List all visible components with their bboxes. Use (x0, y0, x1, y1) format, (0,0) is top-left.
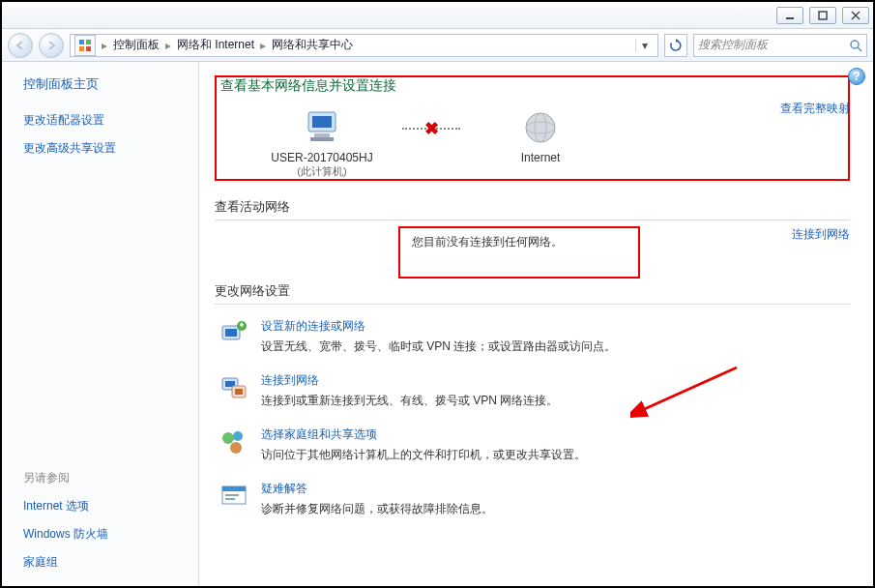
disconnected-x-icon: ✖ (424, 118, 439, 139)
sidebar-link-advanced-sharing[interactable]: 更改高级共享设置 (23, 140, 189, 157)
close-button[interactable] (842, 7, 869, 24)
network-center-icon (74, 35, 96, 56)
option-desc: 诊断并修复网络问题，或获得故障排除信息。 (261, 501, 493, 517)
highlight-box-no-network: 您目前没有连接到任何网络。 (398, 226, 640, 279)
svg-rect-13 (310, 137, 334, 141)
page-title: 查看基本网络信息并设置连接 (220, 77, 844, 95)
svg-rect-33 (225, 498, 235, 500)
network-diagram: USER-20170405HJ (此计算机) ✖ Internet (220, 103, 844, 179)
active-network-title: 查看活动网络 (215, 198, 850, 216)
navbar: ▸ 控制面板 ▸ 网络和 Internet ▸ 网络和共享中心 ▾ 搜索控制面板 (2, 29, 873, 62)
breadcrumb-item[interactable]: 网络和 Internet (177, 37, 254, 53)
troubleshoot-icon (219, 481, 249, 512)
svg-rect-6 (79, 46, 84, 51)
svg-rect-11 (312, 116, 332, 128)
svg-rect-12 (314, 133, 330, 137)
svg-rect-31 (222, 486, 246, 491)
titlebar (2, 2, 873, 29)
no-network-message: 您目前没有连接到任何网络。 (412, 235, 563, 249)
main-panel: ? 查看基本网络信息并设置连接 USER-20170405HJ (此计算机) ✖ (199, 62, 873, 586)
minimize-button[interactable] (776, 7, 803, 24)
svg-rect-19 (225, 329, 237, 337)
svg-rect-1 (819, 12, 827, 19)
option-desc: 访问位于其他网络计算机上的文件和打印机，或更改共享设置。 (261, 447, 586, 463)
breadcrumb-item[interactable]: 控制面板 (113, 37, 160, 53)
search-input[interactable]: 搜索控制面板 (693, 34, 867, 57)
sidebar-link-windows-firewall[interactable]: Windows 防火墙 (23, 526, 189, 543)
search-placeholder: 搜索控制面板 (698, 37, 768, 53)
connect-to-network-link[interactable]: 连接到网络 (792, 226, 850, 279)
svg-line-9 (858, 47, 861, 51)
sidebar-link-homegroup[interactable]: 家庭组 (23, 554, 189, 571)
breadcrumb-dropdown[interactable]: ▾ (635, 39, 654, 52)
see-also-title: 另请参阅 (23, 470, 189, 486)
forward-button[interactable] (39, 33, 64, 58)
option-title[interactable]: 疑难解答 (261, 481, 493, 497)
svg-point-29 (230, 442, 242, 454)
network-options-list: 设置新的连接或网络 设置无线、宽带、拨号、临时或 VPN 连接；或设置路由器或访… (215, 310, 850, 527)
back-button[interactable] (8, 33, 33, 58)
option-setup-new-connection[interactable]: 设置新的连接或网络 设置无线、宽带、拨号、临时或 VPN 连接；或设置路由器或访… (215, 310, 850, 365)
svg-rect-7 (86, 46, 91, 51)
internet-label: Internet (468, 151, 613, 164)
maximize-button[interactable] (809, 7, 836, 24)
change-settings-title: 更改网络设置 (215, 282, 850, 300)
svg-rect-4 (79, 40, 84, 44)
sidebar-title[interactable]: 控制面板主页 (23, 75, 189, 93)
option-title[interactable]: 选择家庭组和共享选项 (261, 426, 586, 443)
pc-sublabel: (此计算机) (249, 164, 394, 179)
svg-rect-5 (86, 40, 91, 44)
svg-rect-32 (225, 494, 239, 496)
option-desc: 设置无线、宽带、拨号、临时或 VPN 连接；或设置路由器或访问点。 (261, 338, 616, 355)
option-troubleshoot[interactable]: 疑难解答 诊断并修复网络问题，或获得故障排除信息。 (215, 473, 850, 527)
option-desc: 连接到或重新连接到无线、有线、拨号或 VPN 网络连接。 (261, 393, 558, 409)
breadcrumb-item[interactable]: 网络和共享中心 (272, 37, 353, 53)
pc-label: USER-20170405HJ (249, 151, 394, 164)
svg-rect-0 (786, 17, 794, 19)
highlight-box-network-info: 查看基本网络信息并设置连接 USER-20170405HJ (此计算机) ✖ (215, 75, 850, 181)
search-icon (849, 39, 862, 52)
chevron-right-icon: ▸ (163, 39, 173, 52)
connect-network-icon (219, 372, 249, 403)
svg-point-8 (851, 41, 859, 48)
view-full-map-link[interactable]: 查看完整映射 (780, 101, 850, 117)
sidebar: 控制面板主页 更改适配器设置 更改高级共享设置 另请参阅 Internet 选项… (2, 62, 199, 586)
sidebar-link-internet-options[interactable]: Internet 选项 (23, 498, 189, 514)
refresh-button[interactable] (664, 34, 687, 57)
option-homegroup-sharing[interactable]: 选择家庭组和共享选项 访问位于其他网络计算机上的文件和打印机，或更改共享设置。 (215, 419, 850, 473)
svg-rect-26 (235, 389, 243, 395)
svg-point-28 (233, 431, 243, 441)
option-title[interactable]: 连接到网络 (261, 372, 558, 389)
chevron-right-icon: ▸ (100, 39, 109, 52)
svg-rect-22 (241, 323, 243, 328)
internet-globe-icon (468, 106, 613, 149)
svg-point-27 (222, 432, 234, 444)
help-icon[interactable]: ? (848, 68, 865, 85)
breadcrumb[interactable]: ▸ 控制面板 ▸ 网络和 Internet ▸ 网络和共享中心 ▾ (70, 34, 658, 57)
option-title[interactable]: 设置新的连接或网络 (261, 318, 616, 335)
sidebar-link-adapter-settings[interactable]: 更改适配器设置 (23, 112, 189, 129)
connection-line: ✖ (402, 128, 460, 130)
homegroup-icon (219, 426, 249, 457)
svg-point-14 (526, 113, 555, 142)
computer-icon (249, 106, 394, 149)
option-connect-to-network[interactable]: 连接到网络 连接到或重新连接到无线、有线、拨号或 VPN 网络连接。 (215, 365, 850, 419)
setup-connection-icon (219, 318, 249, 349)
chevron-right-icon: ▸ (258, 39, 268, 52)
